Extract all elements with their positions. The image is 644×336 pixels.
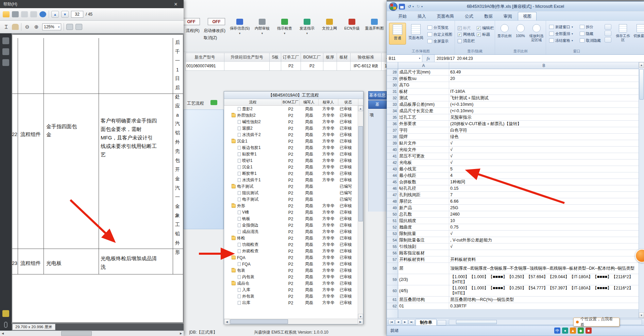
cell-a[interactable]: 高TG	[398, 82, 449, 88]
window-big-button[interactable]: 保存工作区	[614, 23, 632, 45]
zoom-button[interactable]: 100%	[512, 23, 528, 45]
cell-a[interactable]: 测试	[398, 95, 449, 101]
row-number[interactable]: 50	[387, 211, 398, 218]
tab-basic-2[interactable]: 基	[368, 100, 387, 109]
row-number[interactable]: 61	[387, 297, 398, 303]
cell-a[interactable]: 层	[398, 263, 449, 274]
cell-a[interactable]: 外形要求	[398, 121, 449, 127]
chevron-down-icon[interactable]: ▾	[261, 32, 263, 35]
cell-a[interactable]: 成品尺寸宽(mm)	[398, 69, 449, 75]
menu-item-edit[interactable]: 启动修改(E)	[204, 28, 225, 34]
cell-b[interactable]: 0.75	[449, 224, 639, 231]
pdf-document-area[interactable]: 22 流程组件 金手指四面包金 客户有明确要求金手指四面包金要求，需耐MFG，且…	[12, 33, 184, 324]
cell-a[interactable]: 开料板材资料	[398, 256, 449, 263]
cell-a[interactable]: (2/3)	[398, 274, 449, 285]
fit-page-icon[interactable]	[75, 24, 82, 30]
row-number[interactable]: 46	[387, 185, 398, 192]
cell-b[interactable]: IT-180A	[449, 88, 639, 95]
cell-b[interactable]: (20拼板V-CUT桥连＋邮票孔)【旋转】	[449, 121, 639, 127]
excel-vertical-scrollbar[interactable]: ▲ ▼	[639, 62, 644, 318]
row-number[interactable]: 38	[387, 134, 398, 140]
process-tree-row[interactable]: 外形 P2 周磊 方辛辛 已审核	[224, 203, 358, 209]
process-tree-row[interactable]: 水洗烘干1 P2 周磊 方辛辛 已审核	[224, 177, 358, 183]
next-sheet-icon[interactable]: ▶	[402, 319, 408, 325]
grid-value-cell[interactable]	[337, 62, 351, 71]
name-box[interactable]: B11 ▾	[387, 55, 422, 62]
web-icon[interactable]	[39, 11, 46, 17]
cell-a[interactable]: 光绘文件	[398, 147, 449, 153]
scroll-up-icon[interactable]: ▲	[358, 106, 363, 111]
flow-column-header[interactable]: BOM工厂	[282, 99, 300, 105]
insert-sheet-tab[interactable]	[437, 320, 446, 325]
tray-icon[interactable]: ◆	[578, 327, 584, 334]
process-tree-row[interactable]: 显影2 P2 周磊 方辛辛 已审核	[224, 106, 358, 112]
flow-column-header[interactable]: 编写人	[300, 99, 319, 105]
chevron-down-icon[interactable]: ▾	[239, 32, 241, 35]
grid-header-cell[interactable]: 新生产型号	[185, 53, 224, 62]
cell-b[interactable]: 层压叠层结构---RC(%)---铜箔类型	[449, 297, 639, 303]
ribbon-tab[interactable]: 公式	[460, 12, 478, 20]
zoom-in-icon[interactable]: ⊕	[33, 24, 40, 30]
cell-a[interactable]: 顾客指定板材	[398, 250, 449, 256]
window-button[interactable]: 全部重排 ▾	[548, 30, 574, 37]
ribbon-checkbox[interactable]: 标题	[477, 31, 494, 38]
scroll-right-icon[interactable]: ▶	[358, 319, 363, 324]
row-number[interactable]: 55	[387, 243, 398, 250]
select-tool-icon[interactable]: ⌶	[3, 24, 10, 30]
ems-toolbar-button[interactable]: 重选开料图 ▾	[365, 19, 384, 35]
cell-b[interactable]: (+/-0.10mm)	[449, 108, 639, 114]
process-tree-row[interactable]: 水洗烘干2 P2 周磊 方辛辛 已审核	[224, 132, 358, 138]
next-page-button[interactable]: ▼	[61, 11, 69, 18]
cell-b[interactable]	[449, 82, 639, 88]
process-tree-row[interactable]: 阻抗测试 P2 周磊 已编写	[224, 190, 358, 196]
formula-input[interactable]: 2019/8/17 20:44:23	[435, 55, 644, 62]
tab-basic-info[interactable]: 基本信息	[368, 91, 387, 100]
row-number[interactable]: 58	[387, 263, 398, 274]
save-icon[interactable]	[21, 11, 28, 17]
cell-b[interactable]: 5	[449, 166, 639, 172]
undo-icon[interactable]: ↺	[406, 4, 412, 10]
row-number[interactable]: 34	[387, 108, 398, 114]
scroll-right-icon[interactable]: ▶	[178, 331, 184, 336]
cell-b[interactable]: 【1.000】【1.000】【■■■■】【0.250】【54.777】【57.3…	[449, 285, 639, 297]
scroll-down-icon[interactable]: ▼	[639, 313, 644, 318]
row-number[interactable]: 52	[387, 224, 398, 231]
cell-a[interactable]: 限制批量备注	[398, 237, 449, 243]
zoom-button[interactable]: 显示比例	[496, 23, 512, 45]
ribbon-checkbox[interactable]: 编辑栏	[477, 25, 494, 31]
cell-b[interactable]: 见预审指示	[449, 114, 639, 121]
row-number[interactable]: 37	[387, 127, 398, 134]
first-sheet-icon[interactable]: |◀	[388, 319, 394, 325]
off-toggle-1[interactable]: OFF	[183, 18, 200, 25]
process-tree-row[interactable]: 沉金1 P2 周磊 方辛辛 已审核	[224, 164, 358, 170]
cell-a[interactable]: 贴片文件	[398, 140, 449, 147]
view-side-by-side-icon[interactable]	[605, 24, 611, 30]
process-tree-row[interactable]: 出库 P2 周磊 方辛辛 已审核	[224, 300, 358, 306]
process-tree-row[interactable]: V槽 P2 周磊 方辛辛 已审核	[224, 209, 358, 216]
ems-toolbar-button[interactable]: ECN升级 ▾	[342, 19, 361, 35]
cell-b[interactable]: 开料板材资料	[449, 256, 639, 263]
cell-a[interactable]: 01	[398, 303, 449, 309]
grid-value-cell[interactable]	[224, 62, 270, 71]
select-all-corner[interactable]	[387, 62, 398, 69]
layers-panel-icon[interactable]	[2, 59, 9, 66]
cell-b[interactable]: √	[449, 153, 639, 159]
grid-header-cell[interactable]: 板材	[337, 53, 351, 62]
flow-vertical-scrollbar[interactable]: ▲ ▼	[358, 106, 363, 319]
ribbon-tab[interactable]: 开始	[393, 12, 412, 20]
zoom-out-icon[interactable]: ⊖	[24, 24, 31, 30]
row-number[interactable]: 53	[387, 231, 398, 237]
grid-value-cell[interactable]	[323, 62, 337, 71]
window-button[interactable]: 隐藏	[579, 30, 602, 37]
cell-b[interactable]: 飞针测试＋阻抗测试	[449, 95, 639, 101]
scroll-thumb[interactable]	[230, 319, 288, 324]
process-tree-row[interactable]: 电子测试 P2 周磊 已编写	[224, 196, 358, 203]
grid-value-cell[interactable]: IPC-6012 Ⅱ级	[351, 62, 382, 71]
process-tree-row[interactable]: 沉金1 P2 周磊 方辛辛 已审核	[224, 138, 358, 145]
cell-b[interactable]: 6.66	[449, 198, 639, 205]
cell-b[interactable]: 63.49	[449, 69, 639, 75]
chevron-down-icon[interactable]: ▾	[284, 32, 286, 35]
grid-header-cell[interactable]: 升级前旧生产型号	[224, 53, 270, 62]
checkbox-icon[interactable]	[458, 33, 462, 37]
thumbnails-panel-icon[interactable]	[2, 37, 9, 44]
